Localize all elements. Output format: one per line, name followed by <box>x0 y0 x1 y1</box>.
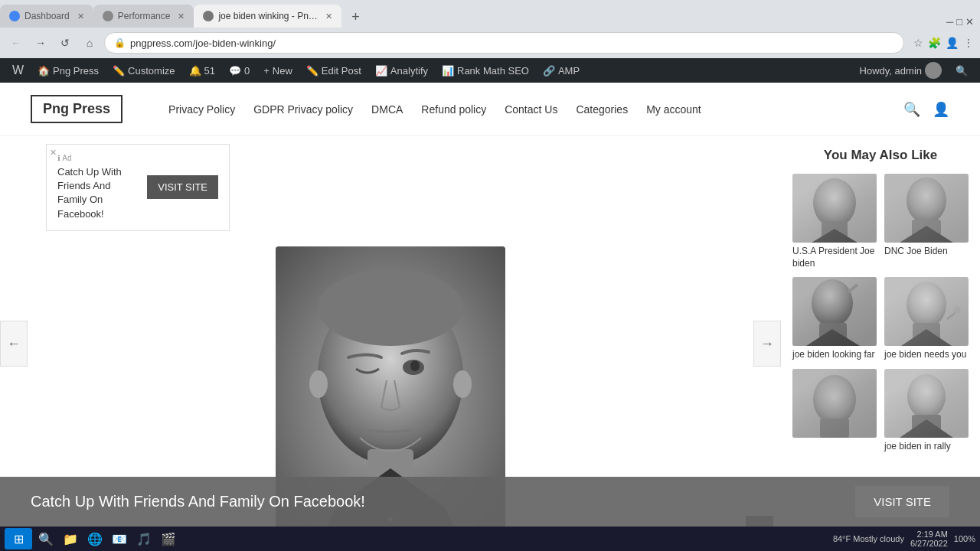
extension-icon[interactable]: 🧩 <box>928 37 941 49</box>
ad-container: ✕ ℹ Ad Catch Up With Friends And Family … <box>46 144 230 231</box>
nav-categories[interactable]: Categories <box>576 103 628 116</box>
forward-button[interactable]: → <box>31 33 51 53</box>
related-item-3[interactable]: joe biden looking far <box>792 277 877 361</box>
tab-favicon-current <box>203 11 214 21</box>
wp-comments[interactable]: 💬 0 <box>223 58 256 83</box>
wp-logo-item[interactable]: W <box>6 58 30 83</box>
visit-site-button-bottom[interactable]: VISIT SITE <box>855 486 949 517</box>
taskbar-browser-icon[interactable]: 🌐 <box>84 528 106 549</box>
ad-close-button[interactable]: ✕ <box>50 148 57 158</box>
site-logo[interactable]: Png Press <box>31 95 122 123</box>
updates-count: 51 <box>204 65 215 77</box>
menu-icon[interactable]: ⋮ <box>963 37 974 49</box>
wp-admin-bar: W 🏠 Png Press ✏️ Customize 🔔 51 💬 0 + Ne… <box>0 58 980 83</box>
weather-display: 84°F Mostly cloudy <box>833 534 904 543</box>
taskbar-file-icon[interactable]: 📁 <box>60 528 81 549</box>
comments-icon: 💬 <box>229 65 241 77</box>
tab-favicon-dashboard <box>9 11 20 21</box>
svg-point-3 <box>318 269 463 346</box>
related-thumb-2 <box>884 174 969 243</box>
nav-refund[interactable]: Refund policy <box>421 103 486 116</box>
minimize-button[interactable]: ─ <box>946 16 953 28</box>
wp-site-name[interactable]: 🏠 Png Press <box>31 58 105 83</box>
ad-info-area: ℹ Ad Catch Up With Friends And Family On… <box>57 154 138 221</box>
search-icon[interactable]: 🔍 <box>903 101 920 118</box>
related-item-2[interactable]: DNC Joe Biden <box>884 174 969 269</box>
howdy-text[interactable]: Howdy, admin <box>852 62 949 79</box>
clock: 2:19 AM <box>910 530 948 539</box>
taskbar-search-icon[interactable]: 🔍 <box>35 528 57 549</box>
tab-favicon-performance <box>103 11 113 21</box>
related-item-1[interactable]: U.S.A President Joe biden <box>792 174 877 269</box>
taskbar-right: 84°F Mostly cloudy 2:19 AM 6/27/2022 100… <box>833 530 975 548</box>
nav-gdpr[interactable]: GDPR Privacy policy <box>253 103 353 116</box>
wp-rank-math[interactable]: 📊 Rank Math SEO <box>436 58 535 83</box>
amp-icon: 🔗 <box>543 65 555 77</box>
visit-site-button-top[interactable]: VISIT SITE <box>147 175 218 199</box>
svg-point-13 <box>906 178 946 223</box>
related-label-1: U.S.A President Joe biden <box>792 246 877 269</box>
wp-search-button[interactable]: 🔍 <box>949 58 974 83</box>
taskbar-mail-icon[interactable]: 📧 <box>109 528 130 549</box>
maximize-button[interactable]: □ <box>956 16 962 28</box>
taskbar-video-icon[interactable]: 🎬 <box>158 528 179 549</box>
related-item-4[interactable]: joe biden needs you <box>884 277 969 361</box>
back-button[interactable]: ← <box>6 33 26 53</box>
user-account-icon[interactable]: 👤 <box>933 101 949 118</box>
new-tab-button[interactable]: + <box>345 6 366 28</box>
wp-analytify[interactable]: 📈 Analytify <box>369 58 434 83</box>
tab-close-performance[interactable]: ✕ <box>178 11 185 21</box>
account-icon[interactable]: 👤 <box>946 37 959 49</box>
tab-title-performance: Performance <box>118 11 171 21</box>
home-icon: 🏠 <box>38 65 50 77</box>
home-button[interactable]: ⌂ <box>80 33 100 53</box>
prev-arrow[interactable]: ← <box>0 321 28 367</box>
wp-logo-icon: W <box>12 64 24 77</box>
time-display: 2:19 AM 6/27/2022 <box>910 530 948 548</box>
updates-icon: 🔔 <box>189 65 201 77</box>
tab-dashboard[interactable]: Dashboard ✕ <box>0 5 93 28</box>
svg-point-25 <box>813 375 856 424</box>
svg-point-5 <box>410 360 420 371</box>
wp-edit-post[interactable]: ✏️ Edit Post <box>300 58 368 83</box>
edit-icon: ✏️ <box>306 65 318 77</box>
tab-title-current: joe biden winking - Png Press pr... <box>218 11 318 21</box>
wp-updates[interactable]: 🔔 51 <box>183 58 221 83</box>
nav-privacy[interactable]: Privacy Policy <box>168 103 235 116</box>
date-display: 6/27/2022 <box>910 539 948 548</box>
related-item-5[interactable] <box>792 369 877 453</box>
tab-bar: Dashboard ✕ Performance ✕ joe biden wink… <box>0 0 980 28</box>
close-window-button[interactable]: ✕ <box>965 16 974 28</box>
wp-amp[interactable]: 🔗 AMP <box>537 58 586 83</box>
taskbar-music-icon[interactable]: 🎵 <box>133 528 155 549</box>
address-bar-icons: ☆ 🧩 👤 ⋮ <box>913 37 974 49</box>
reload-button[interactable]: ↺ <box>55 33 75 53</box>
related-item-6[interactable]: joe biden in rally <box>884 369 969 453</box>
next-arrow[interactable]: → <box>753 321 781 367</box>
bookmark-star-icon[interactable]: ☆ <box>913 37 923 49</box>
wp-new[interactable]: + New <box>257 58 299 83</box>
nav-my-account[interactable]: My account <box>646 103 701 116</box>
new-plus-icon: + <box>263 65 270 77</box>
related-thumb-4 <box>884 277 969 346</box>
svg-point-7 <box>453 370 472 398</box>
nav-dmca[interactable]: DMCA <box>371 103 403 116</box>
edit-label: Edit Post <box>322 65 361 77</box>
svg-point-28 <box>907 374 946 419</box>
nav-contact[interactable]: Contact Us <box>505 103 557 116</box>
svg-point-16 <box>812 279 853 327</box>
svg-rect-26 <box>820 419 849 438</box>
wp-customize[interactable]: ✏️ Customize <box>106 58 181 83</box>
related-thumb-3 <box>792 277 877 346</box>
tab-title-dashboard: Dashboard <box>24 11 70 21</box>
tab-close-dashboard[interactable]: ✕ <box>77 11 84 21</box>
start-button[interactable]: ⊞ <box>5 528 32 549</box>
new-label: New <box>273 65 292 77</box>
related-grid: U.S.A President Joe biden DNC Joe Biden … <box>792 174 969 452</box>
battery-display: 100% <box>954 534 975 543</box>
tab-performance[interactable]: Performance ✕ <box>93 5 194 28</box>
tab-close-current[interactable]: ✕ <box>325 11 332 21</box>
customize-icon: ✏️ <box>113 65 125 77</box>
address-bar[interactable]: 🔒 pngpress.com/joe-biden-winking/ <box>104 32 904 54</box>
tab-current[interactable]: joe biden winking - Png Press pr... ✕ <box>194 5 341 28</box>
